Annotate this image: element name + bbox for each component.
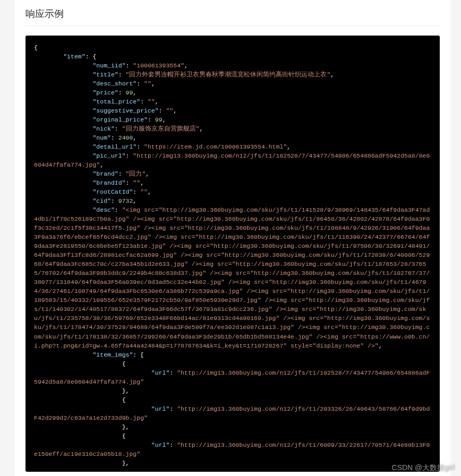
json-code-block: { "item": { "num_iid": "100061393554", "… bbox=[25, 36, 440, 472]
section-heading: 响应示例 bbox=[25, 0, 440, 26]
